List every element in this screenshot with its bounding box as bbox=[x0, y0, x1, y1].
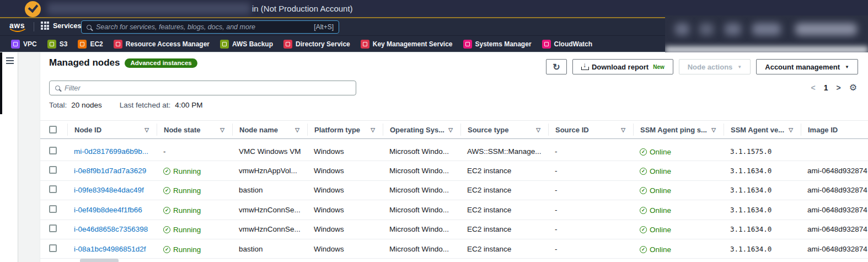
favorite-vpc[interactable]: VPC bbox=[11, 40, 37, 49]
column-header[interactable]: Platform type ▽ bbox=[307, 124, 383, 136]
table-body: mi-0d2817699a6b9b... ✓ - VMC Windows VM … bbox=[40, 142, 868, 259]
redacted-account-blur bbox=[665, 15, 868, 54]
row-checkbox[interactable] bbox=[49, 244, 57, 252]
node-id-link[interactable]: mi-0d2817699a6b9b... bbox=[74, 147, 148, 156]
table-row[interactable]: i-0e8f9b1d7ad7a3629 ✓ Running vmwHznAppV… bbox=[40, 161, 868, 180]
node-id-link[interactable]: i-08a1bc94986851d2f bbox=[74, 245, 146, 253]
platform-type: Windows bbox=[314, 147, 344, 156]
preferences-gear-icon[interactable]: ⚙ bbox=[849, 82, 857, 93]
table-row[interactable]: i-09fe83948e4dac49f ✓ Running bastion Wi… bbox=[40, 181, 868, 200]
chevron-down-icon: ▼ bbox=[737, 65, 742, 69]
operating-system: Microsoft Windo... bbox=[389, 225, 449, 233]
partial-next-row-redaction bbox=[80, 259, 119, 262]
platform-type: Windows bbox=[314, 186, 344, 194]
service-icon bbox=[78, 40, 87, 49]
column-filter-icon[interactable]: ▽ bbox=[789, 127, 793, 133]
online-status-icon: ✓ bbox=[640, 226, 647, 233]
column-header[interactable]: Node ID ▽ bbox=[67, 124, 157, 136]
row-checkbox[interactable] bbox=[49, 147, 57, 154]
favorite-resource-access-manager[interactable]: Resource Access Manager bbox=[114, 40, 210, 49]
node-id-link[interactable]: i-09fe83948e4dac49f bbox=[74, 186, 144, 194]
online-status-icon: ✓ bbox=[640, 207, 647, 214]
managed-nodes-panel: Managed nodes Advanced instances Total: … bbox=[40, 52, 868, 262]
column-header[interactable]: Source type ▽ bbox=[460, 124, 548, 136]
favorite-aws-backup[interactable]: AWS Backup bbox=[220, 40, 273, 49]
row-checkbox[interactable] bbox=[49, 166, 57, 174]
table-row[interactable]: i-08a1bc94986851d2f ✓ Running bastion Wi… bbox=[40, 239, 868, 259]
account-management-button[interactable]: Account management ▼ bbox=[756, 59, 858, 74]
table-row[interactable]: i-0e46d8658c7356398 ✓ Running vmwHznConn… bbox=[40, 220, 868, 239]
node-id-link[interactable]: i-0ef49b8dee4f1fb66 bbox=[74, 206, 142, 214]
source-id: - bbox=[555, 186, 558, 194]
prev-page-button[interactable]: < bbox=[811, 83, 815, 92]
favorite-directory-service[interactable]: Directory Service bbox=[283, 40, 350, 49]
column-header[interactable]: Node state ▽ bbox=[157, 124, 232, 136]
filter-box[interactable] bbox=[49, 81, 356, 95]
online-status-icon: ✓ bbox=[640, 246, 647, 253]
row-checkbox[interactable] bbox=[49, 224, 57, 232]
screen-edge-artifact bbox=[0, 52, 2, 114]
service-icon bbox=[463, 40, 472, 49]
column-filter-icon[interactable]: ▽ bbox=[621, 127, 625, 133]
table-header-row: Node ID ▽ Node state ▽ Node name ▽ Platf… bbox=[40, 120, 868, 139]
online-status-icon: ✓ bbox=[640, 148, 647, 156]
column-filter-icon[interactable]: ▽ bbox=[448, 127, 453, 133]
image-id: ami-0648d932874 bbox=[807, 206, 867, 214]
global-search-input[interactable] bbox=[96, 23, 309, 31]
column-header[interactable]: Node name ▽ bbox=[232, 124, 307, 136]
column-header[interactable]: Image ID ▽ bbox=[801, 124, 868, 136]
search-icon bbox=[87, 25, 92, 30]
ssm-agent-version: 3.1.1634.0 bbox=[730, 167, 771, 175]
source-id: - bbox=[555, 147, 558, 156]
column-filter-icon[interactable]: ▽ bbox=[220, 127, 224, 133]
page-header: Managed nodes Advanced instances bbox=[49, 57, 197, 68]
pagination: < 1 > ⚙ bbox=[811, 82, 857, 93]
column-header[interactable]: SSM Agent ping s... ▽ bbox=[633, 124, 724, 136]
operating-system: Microsoft Windo... bbox=[389, 147, 449, 156]
node-id-link[interactable]: i-0e8f9b1d7ad7a3629 bbox=[74, 167, 146, 175]
column-header[interactable]: Operating Sys... ▽ bbox=[383, 124, 460, 136]
column-filter-icon[interactable]: ▽ bbox=[295, 127, 299, 133]
column-filter-icon[interactable]: ▽ bbox=[371, 127, 375, 133]
services-menu-button[interactable]: Services bbox=[41, 22, 81, 30]
favorite-systems-manager[interactable]: Systems Manager bbox=[463, 40, 532, 49]
favorite-s3[interactable]: S3 bbox=[47, 40, 68, 49]
nav-divider bbox=[34, 22, 34, 31]
column-header[interactable]: Source ID ▽ bbox=[548, 124, 633, 136]
filter-input[interactable] bbox=[65, 84, 350, 92]
menu-hamburger-icon[interactable] bbox=[6, 57, 14, 64]
table-row[interactable]: i-0ef49b8dee4f1fb66 ✓ Running vmwHznConn… bbox=[40, 200, 868, 220]
column-filter-icon[interactable]: ▽ bbox=[711, 127, 716, 133]
source-type: EC2 instance bbox=[467, 167, 511, 175]
global-search-box[interactable]: [Alt+S] bbox=[81, 20, 339, 34]
aws-console-screen: in (Not Production Account) aws Services… bbox=[0, 0, 868, 262]
column-filter-icon[interactable]: ▽ bbox=[536, 127, 540, 133]
running-status-icon: ✓ bbox=[163, 187, 170, 194]
services-grid-icon bbox=[41, 22, 49, 30]
column-header[interactable]: SSM Agent ve... ▽ bbox=[724, 124, 801, 136]
download-report-button[interactable]: Download report New bbox=[572, 59, 673, 74]
favorite-cloudwatch[interactable]: CloudWatch bbox=[542, 40, 593, 49]
refresh-button[interactable]: ↻ bbox=[546, 59, 567, 74]
node-actions-button[interactable]: Node actions ▼ bbox=[679, 59, 751, 74]
operating-system: Microsoft Windo... bbox=[389, 167, 449, 175]
node-id-link[interactable]: i-0e46d8658c7356398 bbox=[74, 225, 148, 233]
source-type: EC2 instance bbox=[467, 186, 511, 194]
row-checkbox[interactable] bbox=[49, 205, 57, 213]
column-filter-icon[interactable]: ▽ bbox=[144, 127, 149, 133]
service-icon bbox=[47, 40, 56, 49]
table-row[interactable]: mi-0d2817699a6b9b... ✓ - VMC Windows VM … bbox=[40, 142, 868, 161]
filter-search-icon bbox=[55, 85, 60, 90]
row-checkbox[interactable] bbox=[49, 185, 57, 193]
next-page-button[interactable]: > bbox=[836, 83, 840, 92]
select-all-checkbox[interactable] bbox=[49, 126, 57, 133]
redacted-title-blur bbox=[47, 3, 250, 14]
ssm-ping-status: ✓ Online bbox=[640, 186, 671, 195]
aws-logo[interactable]: aws bbox=[9, 20, 26, 34]
node-state: ✓ Running bbox=[163, 206, 201, 215]
node-name: VMC Windows VM bbox=[239, 147, 301, 156]
app-logo-icon bbox=[25, 1, 41, 17]
favorite-key-management-service[interactable]: Key Management Service bbox=[361, 40, 453, 49]
favorite-ec2[interactable]: EC2 bbox=[78, 40, 103, 49]
source-id: - bbox=[555, 167, 558, 175]
